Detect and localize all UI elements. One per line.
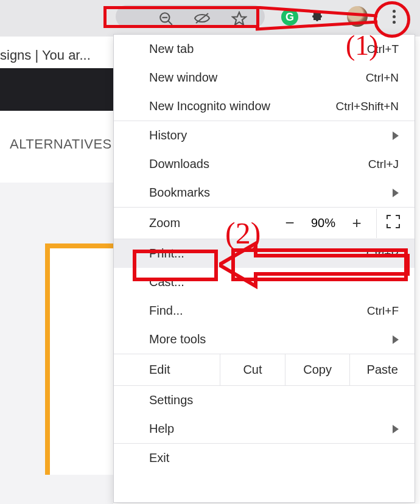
page-header-band: [0, 68, 113, 111]
menu-item-zoom: Zoom − 90% +: [114, 208, 415, 239]
zoom-out-icon[interactable]: [158, 11, 174, 27]
tab-title-fragment: signs | You ar...: [0, 47, 91, 63]
menu-label: Print...: [149, 247, 184, 261]
menu-item-new-window[interactable]: New window Ctrl+N: [114, 63, 415, 92]
menu-shortcut: Ctrl+Shift+N: [336, 100, 399, 113]
menu-item-settings[interactable]: Settings: [114, 386, 415, 415]
menu-label: Exit: [149, 451, 169, 465]
menu-shortcut: Ctrl+N: [366, 71, 399, 85]
zoom-minus-button[interactable]: −: [278, 214, 302, 233]
menu-shortcut: Ctrl+P: [366, 247, 399, 261]
menu-item-new-tab[interactable]: New tab Ctrl+T: [114, 35, 415, 63]
menu-item-incognito[interactable]: New Incognito window Ctrl+Shift+N: [114, 92, 415, 121]
zoom-label: Zoom: [149, 216, 180, 230]
star-icon[interactable]: [231, 11, 247, 27]
menu-item-find[interactable]: Find... Ctrl+F: [114, 296, 415, 325]
edit-copy-button[interactable]: Copy: [285, 354, 350, 385]
menu-label: Cast...: [149, 275, 184, 289]
menu-label: Find...: [149, 304, 183, 318]
menu-item-help[interactable]: Help: [114, 415, 415, 443]
edit-paste-button[interactable]: Paste: [349, 354, 415, 385]
menu-label: New window: [149, 71, 217, 85]
submenu-arrow-icon: [393, 425, 399, 433]
menu-label: Settings: [149, 393, 193, 407]
page-card-edge: [45, 243, 113, 475]
menu-item-more-tools[interactable]: More tools: [114, 325, 415, 354]
eye-off-icon[interactable]: [194, 11, 211, 26]
browser-toolbar: G: [0, 0, 420, 37]
menu-shortcut: Ctrl+T: [367, 43, 399, 56]
menu-label: New Incognito window: [149, 99, 270, 113]
menu-item-cast[interactable]: Cast...: [114, 268, 415, 296]
menu-label: More tools: [149, 332, 206, 346]
svg-line-1: [168, 21, 172, 25]
menu-label: History: [149, 128, 187, 142]
fullscreen-icon: [387, 215, 400, 228]
fullscreen-button[interactable]: [384, 215, 402, 231]
menu-item-history[interactable]: History: [114, 121, 415, 150]
menu-label: Help: [149, 422, 174, 436]
submenu-arrow-icon: [393, 189, 399, 197]
zoom-plus-button[interactable]: +: [345, 214, 369, 233]
menu-shortcut: Ctrl+F: [367, 304, 399, 318]
submenu-arrow-icon: [393, 131, 399, 140]
menu-label: New tab: [149, 42, 194, 56]
profile-avatar[interactable]: [347, 6, 368, 27]
extensions-icon[interactable]: [310, 10, 325, 24]
menu-item-bookmarks[interactable]: Bookmarks: [114, 178, 415, 207]
menu-shortcut: Ctrl+J: [368, 158, 399, 171]
menu-item-edit-row: Edit Cut Copy Paste: [114, 354, 415, 385]
menu-item-exit[interactable]: Exit: [114, 444, 415, 472]
chrome-main-menu: New tab Ctrl+T New window Ctrl+N New Inc…: [113, 34, 415, 503]
alternatives-label: ALTERNATIVES: [10, 136, 112, 152]
edit-cut-button[interactable]: Cut: [220, 354, 285, 385]
more-menu-button[interactable]: [383, 6, 404, 27]
grammarly-letter: G: [285, 11, 294, 24]
zoom-value: 90%: [302, 216, 345, 230]
menu-label: Bookmarks: [149, 186, 210, 200]
menu-item-downloads[interactable]: Downloads Ctrl+J: [114, 150, 415, 178]
menu-label: Downloads: [149, 157, 209, 171]
menu-item-print[interactable]: Print... Ctrl+P: [114, 239, 415, 268]
submenu-arrow-icon: [393, 335, 399, 344]
grammarly-icon[interactable]: G: [281, 9, 298, 26]
divider: [376, 209, 377, 238]
edit-label: Edit: [114, 354, 220, 385]
